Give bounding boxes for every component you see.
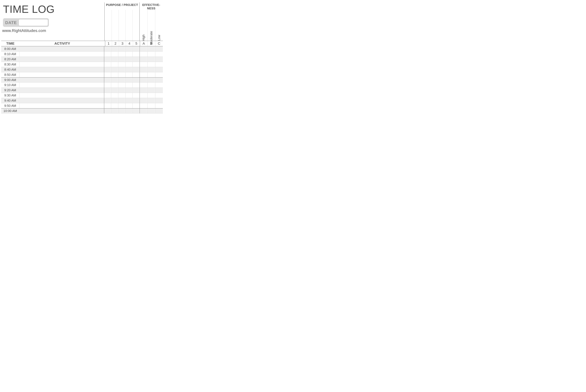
purpose-cell-1[interactable] bbox=[104, 108, 111, 113]
purpose-cell-2[interactable] bbox=[111, 93, 118, 98]
purpose-cell-3[interactable] bbox=[118, 82, 125, 88]
activity-cell[interactable] bbox=[20, 67, 104, 72]
purpose-cell-5[interactable] bbox=[133, 57, 139, 62]
purpose-cell-2[interactable] bbox=[111, 88, 118, 93]
effectiveness-cell-C[interactable] bbox=[155, 52, 163, 56]
purpose-cell-4[interactable] bbox=[125, 108, 132, 113]
purpose-cell-1[interactable] bbox=[104, 67, 111, 72]
effectiveness-cell-A[interactable] bbox=[140, 67, 147, 72]
purpose-cell-3[interactable] bbox=[118, 93, 125, 98]
activity-cell[interactable] bbox=[20, 72, 104, 77]
effectiveness-cell-A[interactable] bbox=[140, 72, 147, 77]
purpose-cell-1[interactable] bbox=[104, 98, 111, 103]
purpose-cell-2[interactable] bbox=[111, 98, 118, 103]
purpose-cell-1[interactable] bbox=[104, 93, 111, 98]
effectiveness-cell-C[interactable] bbox=[155, 67, 163, 72]
purpose-cell-2[interactable] bbox=[111, 46, 118, 52]
purpose-cell-2[interactable] bbox=[111, 78, 118, 82]
activity-cell[interactable] bbox=[20, 62, 104, 67]
effectiveness-cell-A[interactable] bbox=[140, 57, 147, 62]
effectiveness-cell-B[interactable] bbox=[147, 46, 155, 52]
purpose-cell-1[interactable] bbox=[104, 46, 111, 52]
purpose-cell-4[interactable] bbox=[125, 88, 132, 93]
purpose-cell-2[interactable] bbox=[111, 82, 118, 88]
purpose-cell-1[interactable] bbox=[104, 78, 111, 82]
purpose-cell-1[interactable] bbox=[104, 72, 111, 77]
effectiveness-cell-A[interactable] bbox=[140, 52, 147, 56]
activity-cell[interactable] bbox=[20, 103, 104, 108]
purpose-cell-5[interactable] bbox=[133, 82, 139, 88]
activity-cell[interactable] bbox=[20, 108, 104, 113]
effectiveness-cell-C[interactable] bbox=[155, 62, 163, 67]
purpose-cell-4[interactable] bbox=[125, 57, 132, 62]
activity-cell[interactable] bbox=[20, 52, 104, 56]
purpose-cell-3[interactable] bbox=[118, 72, 125, 77]
purpose-cell-3[interactable] bbox=[118, 103, 125, 108]
purpose-cell-3[interactable] bbox=[118, 98, 125, 103]
effectiveness-cell-C[interactable] bbox=[155, 57, 163, 62]
purpose-cell-3[interactable] bbox=[118, 46, 125, 52]
effectiveness-cell-A[interactable] bbox=[140, 93, 147, 98]
purpose-cell-4[interactable] bbox=[125, 72, 132, 77]
effectiveness-cell-A[interactable] bbox=[140, 108, 147, 113]
purpose-cell-2[interactable] bbox=[111, 67, 118, 72]
effectiveness-cell-A[interactable] bbox=[140, 88, 147, 93]
effectiveness-cell-A[interactable] bbox=[140, 78, 147, 82]
effectiveness-cell-B[interactable] bbox=[147, 78, 155, 82]
effectiveness-cell-C[interactable] bbox=[155, 98, 163, 103]
purpose-cell-1[interactable] bbox=[104, 57, 111, 62]
effectiveness-cell-A[interactable] bbox=[140, 46, 147, 52]
purpose-cell-3[interactable] bbox=[118, 88, 125, 93]
effectiveness-cell-B[interactable] bbox=[147, 103, 155, 108]
purpose-cell-3[interactable] bbox=[118, 108, 125, 113]
activity-cell[interactable] bbox=[20, 82, 104, 88]
effectiveness-cell-A[interactable] bbox=[140, 103, 147, 108]
effectiveness-cell-B[interactable] bbox=[147, 67, 155, 72]
purpose-cell-3[interactable] bbox=[118, 78, 125, 82]
purpose-cell-4[interactable] bbox=[125, 78, 132, 82]
purpose-cell-3[interactable] bbox=[118, 52, 125, 56]
purpose-cell-5[interactable] bbox=[133, 78, 139, 82]
purpose-cell-2[interactable] bbox=[111, 62, 118, 67]
date-input[interactable] bbox=[19, 19, 48, 26]
effectiveness-cell-A[interactable] bbox=[140, 82, 147, 88]
activity-cell[interactable] bbox=[20, 98, 104, 103]
effectiveness-cell-C[interactable] bbox=[155, 103, 163, 108]
purpose-cell-4[interactable] bbox=[125, 82, 132, 88]
effectiveness-cell-B[interactable] bbox=[147, 57, 155, 62]
effectiveness-cell-B[interactable] bbox=[147, 93, 155, 98]
purpose-cell-4[interactable] bbox=[125, 52, 132, 56]
activity-cell[interactable] bbox=[20, 88, 104, 93]
purpose-cell-5[interactable] bbox=[133, 103, 139, 108]
effectiveness-cell-B[interactable] bbox=[147, 62, 155, 67]
purpose-cell-5[interactable] bbox=[133, 46, 139, 52]
purpose-cell-5[interactable] bbox=[133, 88, 139, 93]
purpose-cell-5[interactable] bbox=[133, 67, 139, 72]
purpose-cell-1[interactable] bbox=[104, 103, 111, 108]
activity-cell[interactable] bbox=[20, 57, 104, 62]
effectiveness-cell-B[interactable] bbox=[147, 108, 155, 113]
effectiveness-cell-B[interactable] bbox=[147, 82, 155, 88]
effectiveness-cell-B[interactable] bbox=[147, 88, 155, 93]
purpose-cell-5[interactable] bbox=[133, 98, 139, 103]
effectiveness-cell-B[interactable] bbox=[147, 72, 155, 77]
purpose-cell-4[interactable] bbox=[125, 98, 132, 103]
effectiveness-cell-C[interactable] bbox=[155, 88, 163, 93]
purpose-cell-4[interactable] bbox=[125, 46, 132, 52]
effectiveness-cell-C[interactable] bbox=[155, 108, 163, 113]
purpose-cell-1[interactable] bbox=[104, 88, 111, 93]
effectiveness-cell-C[interactable] bbox=[155, 46, 163, 52]
effectiveness-cell-C[interactable] bbox=[155, 93, 163, 98]
activity-cell[interactable] bbox=[20, 93, 104, 98]
effectiveness-cell-B[interactable] bbox=[147, 52, 155, 56]
purpose-cell-4[interactable] bbox=[125, 62, 132, 67]
purpose-cell-2[interactable] bbox=[111, 72, 118, 77]
purpose-cell-4[interactable] bbox=[125, 103, 132, 108]
purpose-cell-3[interactable] bbox=[118, 62, 125, 67]
effectiveness-cell-C[interactable] bbox=[155, 78, 163, 82]
purpose-cell-2[interactable] bbox=[111, 52, 118, 56]
effectiveness-cell-B[interactable] bbox=[147, 98, 155, 103]
purpose-cell-2[interactable] bbox=[111, 108, 118, 113]
effectiveness-cell-C[interactable] bbox=[155, 72, 163, 77]
purpose-cell-1[interactable] bbox=[104, 62, 111, 67]
